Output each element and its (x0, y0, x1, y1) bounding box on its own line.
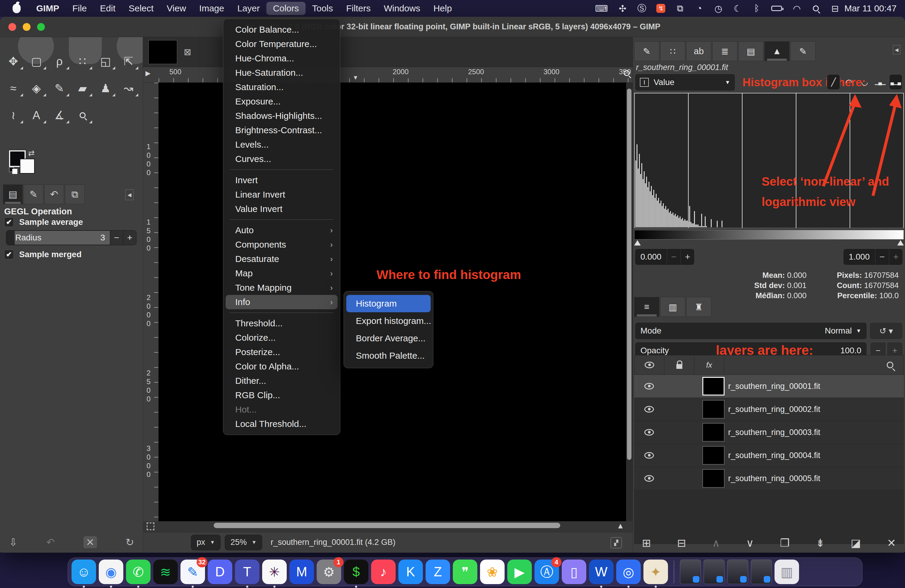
paintbrush-tool[interactable]: ✎ (48, 79, 71, 98)
new-layer-group-button[interactable]: ⊟ (677, 537, 686, 549)
dropbox-icon[interactable]: ✣ (618, 3, 627, 14)
delete-tool-preset-button[interactable]: ✕ (84, 536, 97, 548)
status-nav-icon[interactable]: ▞ (611, 537, 622, 548)
range-low-increment-button[interactable]: + (681, 249, 694, 265)
layer-name[interactable]: r_southern_ring_00002.fit (728, 405, 820, 414)
submenu-item-smooth-palette[interactable]: Smooth Palette... (346, 347, 431, 364)
horizontal-scrollbar[interactable]: ▲ (143, 521, 633, 532)
tab-gradients[interactable]: ≣ (712, 41, 737, 61)
menubar-item-help[interactable]: Help (427, 2, 459, 15)
sample-average-checkbox[interactable]: ✔ (4, 217, 14, 227)
low-range-handle[interactable] (634, 240, 641, 245)
raise-layer-button[interactable]: ∧ (712, 537, 720, 549)
radius-increment-button[interactable]: + (123, 230, 136, 245)
restore-tool-preset-button[interactable]: ↶ (46, 536, 55, 548)
lock-column-icon[interactable] (664, 355, 694, 375)
mode-switch-button[interactable]: ↺ ▾ (869, 322, 903, 340)
dock-icon-mail[interactable]: ✎32 (181, 559, 205, 584)
logarithmic-scale-view-button[interactable]: ▄▁▄ (889, 74, 902, 90)
shortcuts-icon[interactable]: ⧉ (675, 3, 684, 14)
layer-thumbnail[interactable] (702, 469, 724, 488)
layer-visible-eye-icon[interactable] (644, 475, 654, 482)
layer-name[interactable]: r_southern_ring_00001.fit (728, 382, 820, 391)
rectangle-select-tool[interactable]: ▢ (25, 52, 48, 71)
menu-item-invert[interactable]: Invert (225, 173, 338, 188)
layer-mode-row[interactable]: Mode Normal ▼ (635, 322, 867, 340)
dock-icon-motif[interactable]: M (289, 559, 314, 584)
airbrush-tool[interactable]: ≀ (2, 106, 25, 124)
menubar-item-image[interactable]: Image (193, 2, 231, 15)
reset-tool-options-button[interactable]: ↻ (126, 536, 134, 548)
vertical-scrollbar[interactable] (626, 83, 633, 521)
layer-search-icon[interactable] (876, 355, 903, 375)
fuzzy-select-tool[interactable]: ∷ (71, 52, 94, 71)
menubar-item-layer[interactable]: Layer (231, 2, 266, 15)
dock-icon-devices[interactable]: ▯ (562, 559, 586, 584)
tab-brushes[interactable]: ✎ (634, 41, 659, 61)
menubar-item-edit[interactable]: Edit (94, 2, 122, 15)
dock-icon-messages[interactable]: ❞ (453, 559, 477, 584)
menu-item-value-invert[interactable]: Value Invert (225, 202, 338, 216)
perceptual-histogram-button[interactable]: ◡ (858, 74, 871, 90)
tab-histogram[interactable]: ▲ (764, 41, 789, 61)
layer-thumbnail[interactable] (702, 423, 724, 442)
minimized-window-thumbnail[interactable] (703, 559, 724, 584)
menu-item-info[interactable]: Info› (225, 295, 338, 309)
tab-paint-dynamics[interactable]: ✎ (791, 41, 816, 61)
apple-menu-icon[interactable] (13, 4, 21, 13)
panel-resize-grip[interactable]: ••• (633, 289, 905, 297)
menubar-item-view[interactable]: View (160, 2, 192, 15)
duplicate-layer-button[interactable]: ❐ (780, 537, 789, 549)
warp-tool[interactable]: ≈ (2, 79, 25, 98)
move-tool[interactable]: ✥ (2, 52, 25, 71)
tab-fonts[interactable]: ab (686, 41, 711, 61)
sample-merged-checkbox[interactable]: ✔ (4, 250, 14, 259)
channel-dropdown[interactable]: I Value ▼ (635, 74, 735, 91)
range-high-decrement-button[interactable]: − (875, 249, 889, 265)
canvas-zoom-icon[interactable] (624, 70, 630, 76)
menu-item-rgb-clip[interactable]: RGB Clip... (225, 388, 338, 402)
menubar-item-gimp[interactable]: GIMP (30, 2, 66, 15)
dock-icon-facetime[interactable]: ▶ (507, 559, 532, 584)
layer-thumbnail[interactable] (702, 377, 724, 396)
background-color-swatch[interactable] (20, 159, 35, 174)
collapse-toolbox-icon[interactable]: ◂ (125, 189, 134, 200)
menu-item-color-balance[interactable]: Color Balance... (225, 22, 338, 37)
timer-icon[interactable]: ◷ (714, 3, 723, 14)
navigation-preview-icon[interactable]: ▲ (616, 521, 624, 531)
layer-row[interactable]: r_southern_ring_00003.fit (634, 421, 904, 444)
tab-tool-presets[interactable]: ▤ (738, 41, 764, 61)
measure-tool[interactable]: ∡ (48, 106, 71, 124)
menu-bar-clock[interactable]: Mar 11 00:47 (844, 3, 897, 13)
lower-layer-button[interactable]: ∨ (746, 537, 754, 549)
menu-item-dither[interactable]: Dither... (225, 373, 338, 388)
do-not-disturb-moon-icon[interactable]: ☾ (733, 3, 742, 14)
layer-thumbnail[interactable] (702, 400, 724, 418)
menu-item-tone-mapping[interactable]: Tone Mapping› (225, 281, 338, 295)
dock-icon-system-settings[interactable]: ⚙1 (317, 559, 341, 584)
layer-row[interactable]: r_southern_ring_00005.fit (634, 467, 904, 490)
layer-name[interactable]: r_southern_ring_00003.fit (728, 428, 820, 437)
non-linear-histogram-button[interactable]: ◠ (843, 74, 856, 90)
default-colors-icon[interactable] (9, 167, 17, 172)
quick-mask-toggle-icon[interactable] (147, 523, 154, 530)
title-bar[interactable]: *[r_south…1.0 (RGB color 32-bit linear f… (0, 17, 905, 37)
dock-icon-photos[interactable]: ❀ (480, 559, 505, 584)
dock-icon-shortcuts[interactable]: ◎ (616, 559, 641, 584)
smudge-tool[interactable]: ↝ (117, 79, 140, 98)
tab-channels[interactable]: ▥ (660, 297, 685, 317)
eraser-tool[interactable]: ▰ (71, 79, 94, 98)
dock-icon-discord[interactable]: D (208, 559, 232, 584)
menu-item-shadows-highlights[interactable]: Shadows-Highlights... (225, 109, 338, 123)
text-tool[interactable]: A (25, 106, 48, 124)
free-select-lasso-tool[interactable]: ρ (48, 52, 71, 71)
menubar-item-tools[interactable]: Tools (306, 2, 340, 15)
high-range-handle[interactable] (897, 240, 904, 245)
bluetooth-icon[interactable]: ᛒ (752, 3, 761, 13)
tab-images[interactable]: ⧉ (65, 184, 85, 204)
dock-icon-teams[interactable]: T (235, 559, 259, 584)
menu-item-curves[interactable]: Curves... (225, 152, 338, 166)
battery-icon[interactable] (771, 6, 782, 11)
submenu-item-export-histogram[interactable]: Export histogram... (346, 312, 431, 330)
dock-icon-zoom[interactable]: Z (426, 559, 450, 584)
